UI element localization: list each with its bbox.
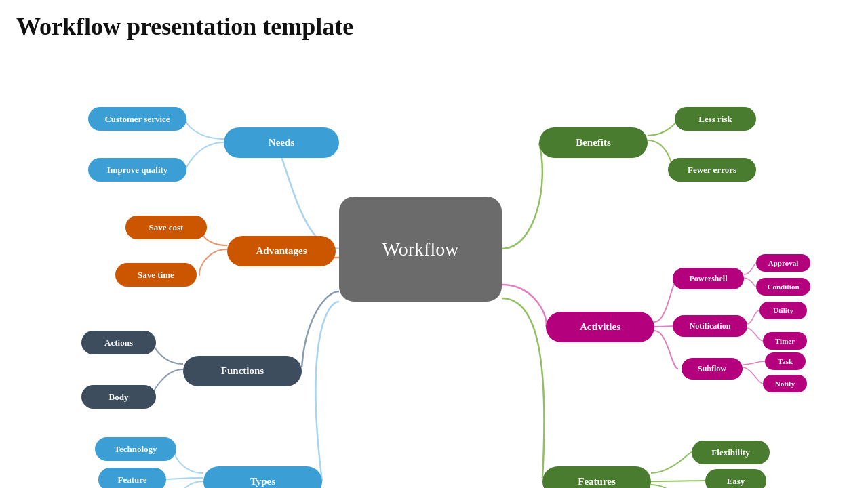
types-node: Types (203, 466, 322, 488)
functions-node: Functions (183, 356, 302, 386)
subflow-node: Subflow (682, 358, 743, 380)
notification-node: Notification (673, 315, 747, 337)
notify-node: Notify (763, 375, 807, 392)
utility-node: Utility (760, 302, 807, 319)
easy-node: Easy (705, 469, 766, 488)
save-time-node: Save time (115, 263, 197, 287)
less-risk-node: Less risk (675, 107, 756, 131)
features-node: Features (542, 466, 651, 488)
flexibility-node: Flexibility (692, 441, 770, 464)
approval-node: Approval (756, 254, 810, 272)
page-title: Workflow presentation template (0, 0, 868, 41)
benefits-node: Benefits (539, 127, 648, 158)
customer-service-node: Customer service (88, 107, 186, 131)
diagram-container: Workflow Needs Customer service Improve … (0, 47, 868, 488)
feature-node: Feature (98, 468, 166, 488)
fewer-errors-node: Fewer errors (668, 158, 756, 182)
task-node: Task (765, 352, 806, 370)
technology-node: Technology (95, 437, 176, 461)
save-cost-node: Save cost (125, 216, 207, 239)
activities-node: Activities (546, 312, 654, 342)
needs-node: Needs (224, 127, 339, 158)
improve-quality-node: Improve quality (88, 158, 186, 182)
condition-node: Condition (756, 278, 810, 296)
advantages-node: Advantages (227, 236, 336, 266)
body-node: Body (81, 385, 156, 409)
timer-node: Timer (763, 332, 807, 350)
actions-node: Actions (81, 331, 156, 354)
workflow-center-node: Workflow (339, 197, 502, 302)
powershell-node: Powershell (673, 268, 744, 289)
